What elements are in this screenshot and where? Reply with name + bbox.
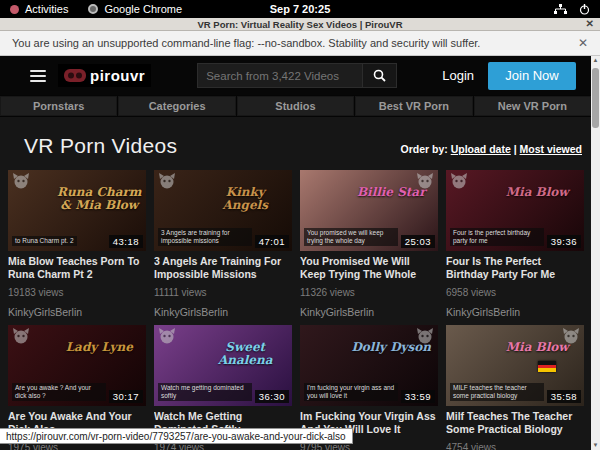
video-views: 6958 views (446, 287, 584, 298)
order-by-upload-date-link[interactable]: Upload date (451, 143, 511, 155)
video-title-link[interactable]: You Promised We Will Keep Trying The Who… (300, 255, 438, 280)
system-top-bar: Sep 7 20:25 Activities Google Chrome (0, 0, 600, 18)
page-title: VR Porn Videos (24, 134, 177, 158)
menu-item-studios[interactable]: Studios (237, 96, 354, 116)
window-title-bar: VR Porn: Virtual Reality Sex Videos | Pi… (0, 18, 600, 31)
video-thumbnail[interactable]: Dolly Dyson I'm fucking your virgin ass … (300, 325, 438, 406)
status-url-tooltip: https://pirouvr.com/vr-porn-video/779325… (0, 428, 353, 444)
video-title-link[interactable]: Four Is The Perfect Birthday Party For M… (446, 255, 584, 280)
infobar-message: You are using an unsupported command-lin… (12, 37, 480, 49)
video-thumbnail[interactable]: Kinky Angels 3 Angels are training for i… (154, 170, 292, 251)
thumbnail-performer-name: Billie Star (348, 186, 434, 199)
thumbnail-performer-name: Lady Lyne (56, 341, 142, 354)
window-close-button[interactable]: ✕ (586, 18, 594, 29)
status-url-text: https://pirouvr.com/vr-porn-video/779325… (6, 431, 346, 442)
video-duration-badge: 25:03 (401, 235, 435, 248)
video-duration-badge: 39:36 (547, 235, 581, 248)
window-title: VR Porn: Virtual Reality Sex Videos | Pi… (197, 19, 402, 30)
thumbnail-caption: Are you awake ? And your dick also ? (12, 383, 106, 401)
chrome-infobar: You are using an unsupported command-lin… (0, 31, 600, 56)
search-icon (373, 69, 386, 82)
video-duration-badge: 30:17 (109, 390, 143, 403)
video-studio-link[interactable]: KinkyGirlsBerlin (300, 306, 438, 318)
video-title-link[interactable]: Mia Blow Teaches Porn To Runa Charm Pt 2 (8, 255, 146, 280)
page-scrollbar[interactable]: ▲ ▼ (591, 56, 600, 450)
video-duration-badge: 47:01 (255, 235, 289, 248)
video-duration-badge: 33:59 (401, 390, 435, 403)
video-card[interactable]: Billie Star You promised we will keep tr… (300, 170, 438, 318)
video-title-link[interactable]: 3 Angels Are Training For Impossible Mis… (154, 255, 292, 280)
thumbnail-caption: to Runa Charm pt. 2 (12, 236, 77, 246)
page-content: pirouvr Login Join Now PornstarsCategori… (0, 56, 600, 450)
main-menu: PornstarsCategoriesStudiosBest VR PornNe… (0, 95, 591, 117)
video-title-link[interactable]: Milf Teaches The Teacher Some Practical … (446, 410, 584, 435)
thumbnail-caption: MILF teaches the teacher some practical … (450, 383, 544, 401)
video-duration-badge: 35:58 (547, 390, 581, 403)
video-views: 11326 views (300, 287, 438, 298)
order-by: Order by: Upload date | Most viewed (401, 143, 583, 155)
search-button[interactable] (363, 63, 397, 88)
thumbnail-performer-name: Dolly Dyson (348, 341, 434, 354)
system-clock[interactable]: Sep 7 20:25 (0, 3, 600, 15)
thumbnail-performer-name: Mia Blow (494, 341, 580, 354)
video-views: 19183 views (8, 287, 146, 298)
video-studio-link[interactable]: KinkyGirlsBerlin (446, 306, 584, 318)
heading-row: VR Porn Videos Order by: Upload date | M… (0, 117, 600, 166)
video-thumbnail[interactable]: Billie Star You promised we will keep tr… (300, 170, 438, 251)
screen: Sep 7 20:25 Activities Google Chrome VR … (0, 0, 600, 450)
german-flag-icon (538, 361, 556, 372)
thumbnail-caption: Four is the perfect birthday party for m… (450, 228, 544, 246)
search-bar (197, 63, 397, 88)
site-navbar: pirouvr Login Join Now (0, 56, 600, 95)
video-thumbnail[interactable]: Lady Lyne Are you awake ? And your dick … (8, 325, 146, 406)
video-thumbnail[interactable]: Mia Blow Four is the perfect birthday pa… (446, 170, 584, 251)
video-duration-badge: 36:30 (255, 390, 289, 403)
menu-item-pornstars[interactable]: Pornstars (0, 96, 117, 116)
video-thumbnail[interactable]: Runa Charm & Mia Blow to Runa Charm pt. … (8, 170, 146, 251)
thumbnail-caption: I'm fucking your virgin ass and you will… (304, 383, 398, 401)
search-input[interactable] (197, 63, 363, 88)
video-grid: Runa Charm & Mia Blow to Runa Charm pt. … (8, 170, 600, 450)
order-by-label: Order by: (401, 143, 448, 155)
site-logo[interactable]: pirouvr (58, 64, 151, 87)
order-by-separator: | (511, 143, 520, 155)
video-thumbnail[interactable]: Mia Blow MILF teaches the teacher some p… (446, 325, 584, 406)
join-now-button[interactable]: Join Now (488, 62, 576, 90)
thumbnail-performer-name: Runa Charm & Mia Blow (56, 186, 142, 212)
menu-item-best-vr-porn[interactable]: Best VR Porn (355, 96, 472, 116)
site-logo-text: pirouvr (90, 67, 145, 84)
studio-cat-mask-icon (12, 173, 30, 189)
thumbnail-performer-name: Sweet Analena (202, 341, 288, 367)
scrollbar-down-arrow[interactable]: ▼ (593, 441, 599, 450)
power-icon[interactable] (579, 4, 590, 15)
video-card[interactable]: Kinky Angels 3 Angels are training for i… (154, 170, 292, 318)
video-card[interactable]: Runa Charm & Mia Blow to Runa Charm pt. … (8, 170, 146, 318)
hamburger-menu-icon[interactable] (30, 70, 46, 82)
video-views: 11111 views (154, 287, 292, 298)
studio-cat-mask-icon (158, 328, 176, 344)
thumbnail-performer-name: Kinky Angels (202, 186, 288, 212)
studio-cat-mask-icon (158, 173, 176, 189)
thumbnail-performer-name: Mia Blow (494, 186, 580, 199)
video-card[interactable]: Mia Blow Four is the perfect birthday pa… (446, 170, 584, 318)
video-views: 4754 views (446, 442, 584, 450)
menu-item-new-vr-porn[interactable]: New VR Porn (474, 96, 591, 116)
menu-item-categories[interactable]: Categories (118, 96, 235, 116)
video-studio-link[interactable]: KinkyGirlsBerlin (154, 306, 292, 318)
thumbnail-caption: You promised we will keep trying the who… (304, 228, 398, 246)
thumbnail-caption: 3 Angels are training for impossible mis… (158, 228, 252, 246)
scrollbar-thumb[interactable] (592, 68, 599, 128)
studio-cat-mask-icon (450, 173, 468, 189)
infobar-close-icon[interactable]: ✕ (578, 36, 588, 50)
studio-cat-mask-icon (12, 328, 30, 344)
scrollbar-up-arrow[interactable]: ▲ (593, 56, 599, 65)
video-card[interactable]: Mia Blow MILF teaches the teacher some p… (446, 325, 584, 450)
video-thumbnail[interactable]: Sweet Analena Watch me getting dominated… (154, 325, 292, 406)
order-by-most-viewed-link[interactable]: Most viewed (520, 143, 582, 155)
video-studio-link[interactable]: KinkyGirlsBerlin (8, 306, 146, 318)
thumbnail-caption: Watch me getting dominated softly (158, 383, 252, 401)
vr-headset-icon (64, 69, 86, 82)
network-icon[interactable] (554, 4, 567, 15)
login-link[interactable]: Login (442, 68, 474, 83)
video-duration-badge: 43:18 (109, 235, 143, 248)
